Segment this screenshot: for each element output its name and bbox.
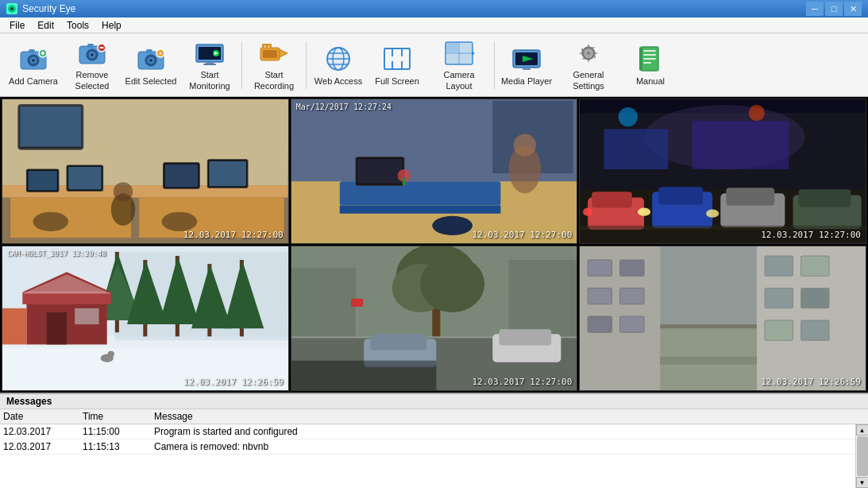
camera-timestamp-3: 12.03.2017 12:27:00: [761, 230, 861, 240]
svg-point-101: [638, 208, 650, 216]
svg-rect-87: [339, 206, 500, 214]
manual-label: Manual: [636, 76, 665, 87]
messages-scrollbar[interactable]: ▲ ▼: [855, 424, 868, 488]
full-screen-button[interactable]: Full Screen: [368, 37, 426, 93]
general-settings-label: General Settings: [559, 70, 618, 91]
maximize-button[interactable]: □: [825, 2, 843, 16]
svg-rect-130: [22, 292, 110, 304]
svg-rect-153: [370, 334, 426, 350]
svg-rect-6: [29, 49, 35, 53]
camera-grid: 12.03.2017 12:27:00: [0, 97, 868, 393]
media-player-label: Media Player: [501, 76, 552, 87]
svg-rect-132: [47, 312, 67, 345]
camera-label-2: Mar/12/2017 12:27:24: [296, 103, 392, 111]
camera-timestamp-4: 12.03.2017 12:26:59: [183, 377, 284, 387]
add-camera-button[interactable]: Add Camera: [5, 37, 62, 93]
app-title: Security Eye: [22, 3, 75, 14]
svg-point-57: [587, 52, 590, 55]
svg-rect-170: [620, 289, 644, 304]
svg-rect-45: [446, 54, 458, 64]
menu-file[interactable]: File: [3, 18, 31, 33]
svg-rect-100: [592, 192, 633, 207]
menu-tools[interactable]: Tools: [60, 18, 95, 33]
general-settings-button[interactable]: General Settings: [557, 37, 620, 93]
camera-cell-2[interactable]: Mar/12/2017 12:27:24 12.03.2017 12:27:00: [291, 99, 578, 244]
start-monitoring-button[interactable]: Start Monitoring: [181, 37, 238, 93]
svg-rect-14: [87, 44, 94, 48]
start-recording-button[interactable]: Start Recording: [245, 37, 303, 93]
add-camera-label: Add Camera: [9, 76, 58, 87]
edit-selected-button[interactable]: Edit Selected: [122, 37, 179, 93]
svg-point-114: [749, 105, 765, 121]
media-player-button[interactable]: Media Player: [498, 37, 555, 93]
svg-point-79: [33, 212, 68, 231]
col-date: Date: [3, 411, 83, 422]
manual-icon: [635, 43, 666, 75]
svg-rect-61: [643, 58, 656, 60]
svg-rect-109: [799, 189, 851, 207]
svg-rect-174: [661, 357, 758, 365]
camera-timestamp-1: 12.03.2017 12:27:00: [183, 230, 284, 240]
media-icon: [511, 43, 542, 75]
svg-point-20: [149, 59, 152, 62]
svg-point-138: [108, 351, 114, 358]
remove-selected-label: Remove Selected: [66, 70, 118, 91]
monitor-icon: [194, 38, 226, 68]
settings-icon: [573, 38, 604, 68]
menu-edit[interactable]: Edit: [31, 18, 60, 33]
svg-rect-143: [291, 268, 356, 336]
menu-help[interactable]: Help: [95, 18, 128, 33]
svg-point-102: [583, 208, 592, 216]
svg-rect-9: [42, 51, 44, 55]
messages-header: Messages: [0, 394, 868, 409]
toolbar: Add Camera Remove Selected: [0, 33, 868, 97]
col-message: Message: [154, 411, 852, 422]
close-button[interactable]: ✕: [844, 2, 862, 16]
message-row-2: 12.03.2017 11:15:13 Camera is removed: n…: [0, 440, 855, 455]
svg-rect-67: [20, 107, 81, 147]
web-icon: [322, 43, 354, 75]
camera-layout-button[interactable]: Camera Layout: [427, 37, 491, 93]
remove-selected-button[interactable]: Remove Selected: [64, 37, 121, 93]
svg-rect-16: [100, 47, 104, 48]
scroll-thumb[interactable]: [857, 436, 868, 476]
web-access-button[interactable]: Web Access: [310, 37, 367, 93]
svg-rect-72: [28, 171, 56, 190]
scroll-down-arrow[interactable]: ▼: [856, 477, 869, 488]
web-access-label: Web Access: [314, 76, 362, 87]
camera-cell-4[interactable]: CAM-HOLST_2017 12:20:48 12.03.2017 12:26…: [2, 246, 289, 391]
svg-rect-59: [643, 50, 656, 52]
svg-rect-151: [499, 329, 551, 345]
svg-rect-43: [446, 42, 458, 52]
remove-camera-icon: [76, 38, 108, 68]
camera-cell-3[interactable]: 12.03.2017 12:27:00: [579, 99, 866, 244]
camera-timestamp-6: 12.03.2017 12:26:59: [761, 377, 861, 387]
camera-cell-6[interactable]: 12.03.2017 12:26:59: [579, 246, 866, 391]
camera-label-4: CAM-HOLST_2017 12:20:48: [7, 250, 106, 258]
menu-bar: File Edit Tools Help: [0, 17, 868, 33]
svg-rect-89: [357, 159, 403, 184]
svg-rect-74: [68, 167, 102, 189]
svg-rect-165: [801, 320, 829, 340]
title-bar-controls: ─ □ ✕: [806, 2, 862, 16]
edit-selected-label: Edit Selected: [125, 76, 177, 87]
svg-rect-167: [588, 260, 611, 276]
minimize-button[interactable]: ─: [806, 2, 824, 16]
title-bar: Security Eye ─ □ ✕: [0, 0, 868, 17]
svg-point-90: [432, 216, 473, 235]
svg-point-40: [327, 48, 349, 70]
toolbar-separator-2: [306, 41, 307, 89]
svg-rect-60: [643, 54, 656, 56]
camera-cell-5[interactable]: 12.03.2017 12:27:00: [291, 246, 578, 391]
svg-rect-46: [460, 54, 473, 64]
scroll-up-arrow[interactable]: ▲: [856, 424, 869, 436]
msg-date-1: 12.03.2017: [3, 426, 83, 437]
svg-rect-157: [291, 361, 436, 390]
start-recording-label: Start Recording: [248, 70, 300, 91]
svg-rect-164: [765, 320, 793, 340]
manual-button[interactable]: Manual: [622, 37, 679, 93]
svg-rect-34: [268, 45, 270, 48]
svg-point-113: [619, 107, 638, 126]
svg-rect-161: [801, 256, 829, 276]
camera-cell-1[interactable]: 12.03.2017 12:27:00: [2, 99, 289, 244]
